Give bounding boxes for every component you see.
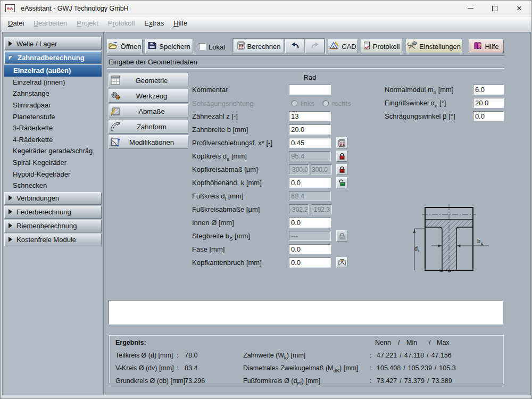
zaehnezahl-input[interactable] (289, 111, 331, 121)
maximize-button[interactable] (483, 1, 507, 16)
sidebar-item-zahnstange[interactable]: Zahnstange (4, 88, 102, 99)
result-label: Fußformkreis Ø (dFf) [mm] (243, 377, 320, 386)
links-radio (291, 100, 297, 106)
sidebar-header-kostenfreie-module[interactable]: Kostenfreie Module (4, 234, 102, 246)
sidebar-item-3-raederkette[interactable]: 3-Räderkette (4, 122, 102, 134)
rechts-radio-label: rechts (332, 99, 351, 107)
svg-text:b: b (477, 238, 480, 244)
sidebar-item-spiral-kegelraeder[interactable]: Spiral-Kegelräder (4, 157, 102, 169)
tolerances-tab-button[interactable]: Abmaße (109, 104, 188, 118)
profilverschiebung-input[interactable] (289, 138, 331, 148)
gray-lock-icon (338, 232, 346, 240)
minimize-icon (468, 8, 473, 9)
links-radio-label: links (301, 99, 314, 107)
undo-button[interactable] (285, 39, 304, 53)
results-header-nenn: Nenn (375, 339, 391, 346)
kopfkantenbruch-chamfer-button[interactable] (336, 257, 347, 268)
profilverschiebung-calculator-button[interactable] (336, 137, 347, 148)
sidebar-item-4-raederkette[interactable]: 4-Räderkette (4, 134, 102, 146)
closed-lock-icon (338, 166, 346, 173)
profilverschiebung-label: Profilverschiebungsf. x* [-] (192, 139, 272, 147)
collapsed-arrow-icon (9, 223, 13, 229)
tool-tab-button[interactable]: Werkzeug (109, 89, 188, 103)
divider-line (107, 55, 504, 56)
result-values: 73.427/73.379/73.389 (377, 377, 452, 385)
result-label: Teilkreis Ø (d) [mm] (115, 352, 173, 359)
menu-hilfe[interactable]: Hilfe (169, 18, 192, 29)
open-lock-icon (338, 179, 346, 187)
protocol-button[interactable]: Protokoll (361, 39, 402, 53)
kopfhoehe-input[interactable] (289, 178, 331, 188)
kopfhoehe-lock-button[interactable] (336, 177, 347, 188)
open-button[interactable]: Öffnen (107, 39, 143, 53)
menu-protokoll: Protokoll (103, 18, 140, 29)
close-button[interactable]: × (507, 1, 531, 16)
result-values: 47.221/47.118/47.156 (377, 352, 452, 359)
sidebar-item-kegelraeder[interactable]: Kegelräder gerade/schräg (4, 145, 102, 157)
schraegungsrichtung-label: Schrägungsrichtung (192, 99, 254, 107)
kopfkreisabmass-min-input (289, 164, 309, 174)
cad-button[interactable]: CAD (328, 39, 358, 53)
fusskreisabmasse-min-input (289, 204, 309, 214)
redo-button (305, 39, 325, 53)
undo-arrow-icon (290, 42, 300, 51)
gear-segment-icon (110, 121, 121, 132)
sidebar-header-zahnradberechnung[interactable]: Zahnradberechnung (4, 51, 102, 64)
menu-datei[interactable]: Datei (3, 18, 29, 29)
sidebar-item-hypoid-kegelraeder[interactable]: Hypoid-Kegelräder (4, 168, 102, 180)
innendurchmesser-label: Innen Ø [mm] (192, 219, 234, 227)
sidebar-item-schnecken[interactable]: Schnecken (4, 180, 102, 192)
stegbreite-lock-button (336, 230, 347, 242)
kopfhoehe-label: Kopfhöhenänd. k [mm] (192, 179, 262, 187)
sidebar-header-welle-lager[interactable]: Welle / Lager (4, 37, 102, 50)
menu-extras[interactable]: Extras (139, 18, 169, 29)
settings-button[interactable]: Einstellungen (406, 39, 462, 53)
normalmodul-input[interactable] (473, 85, 504, 95)
results-header-min: Min (406, 339, 417, 346)
sidebar-header-federberechnung[interactable]: Federberechnung (4, 206, 102, 219)
innendurchmesser-input[interactable] (289, 218, 331, 228)
kommentar-input[interactable] (289, 85, 331, 95)
geometry-tab-button[interactable]: Geometrie (109, 73, 188, 87)
fase-input[interactable] (289, 244, 331, 254)
eingriffswinkel-input[interactable] (473, 98, 504, 108)
folder-open-icon (109, 41, 118, 51)
stegbreite-input (289, 231, 331, 241)
kopfkreis-lock-button[interactable] (336, 151, 347, 162)
kopfkreisabmass-lock-button[interactable] (336, 164, 347, 175)
sidebar-item-einzelrad-aussen[interactable]: Einzelrad (außen) (4, 65, 102, 77)
sidebar-header-riemenberechnung[interactable]: Riemenberechnung (4, 220, 102, 232)
save-button[interactable]: Speichern (145, 39, 193, 53)
help-button[interactable]: ? Hilfe (469, 39, 504, 53)
results-panel: Ergebnis: Nenn / Min / Max Teilkreis Ø (… (109, 335, 503, 384)
svg-text:s: s (481, 241, 483, 246)
svg-text:?: ? (479, 43, 481, 48)
sidebar-item-stirnradpaar[interactable]: Stirnradpaar (4, 99, 102, 111)
hatched-arrows-icon (110, 137, 121, 147)
notepad-icon (363, 41, 370, 51)
kopfkantenbruch-input[interactable] (289, 257, 331, 268)
sidebar-header-verbindungen[interactable]: Verbindungen (4, 192, 102, 205)
sidebar-item-einzelrad-innen[interactable]: Einzelrad (innen) (4, 77, 102, 88)
result-colon: : (177, 377, 178, 385)
local-checkbox[interactable] (199, 43, 206, 50)
schraegungswinkel-input[interactable] (473, 111, 504, 121)
window-title: eAssistant - GWJ Technology GmbH (21, 5, 129, 12)
calculate-button[interactable]: Berechnen (234, 39, 284, 53)
result-value: 78.0 (185, 352, 197, 359)
book-icon: ? (473, 41, 482, 51)
modifications-tab-button[interactable]: Modifikationen (109, 135, 188, 149)
set-square-pencil-icon (329, 41, 339, 51)
minimize-button[interactable] (458, 1, 483, 16)
fusskreis-label: Fußkreis df [mm] (192, 192, 244, 202)
window-bottom-edge (1, 395, 531, 398)
sidebar: Welle / Lager Zahnradberechnung Einzelra… (4, 37, 102, 395)
sidebar-item-planetenstufe[interactable]: Planetenstufe (4, 111, 102, 122)
menu-projekt: Projekt (72, 18, 103, 29)
result-label: Grundkreis Ø (db) [mm] (115, 377, 185, 385)
result-label: Zahnweite (Wk) [mm] (243, 352, 305, 361)
zahnbreite-input[interactable] (289, 124, 331, 135)
titlebar: eA eAssistant - GWJ Technology GmbH × (1, 1, 531, 16)
toothform-tab-button[interactable]: Zahnform (109, 120, 188, 134)
fusskreisabmasse-label: Fußkreisabmaße [µm] (192, 205, 260, 213)
